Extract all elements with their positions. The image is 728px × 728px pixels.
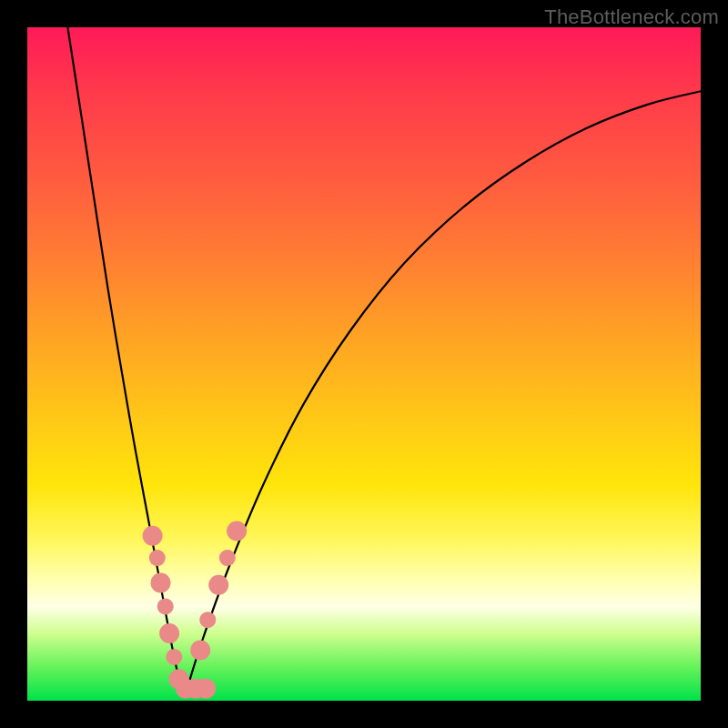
marker-dot (227, 521, 247, 541)
marker-dot (190, 641, 210, 661)
marker-dot (219, 550, 236, 566)
watermark-text: TheBottleneck.com (544, 5, 719, 29)
curve-left-branch (67, 27, 182, 694)
marker-cluster (143, 521, 248, 699)
marker-dot (143, 526, 163, 546)
marker-dot (157, 598, 174, 614)
marker-dot (196, 679, 216, 699)
marker-dot (166, 649, 182, 665)
curve-overlay (27, 27, 701, 701)
marker-dot (151, 573, 171, 593)
marker-dot (159, 623, 179, 643)
bottleneck-curve (67, 27, 701, 694)
marker-dot (199, 612, 216, 628)
marker-dot (149, 550, 166, 566)
curve-right-branch (186, 91, 701, 693)
plot-area (27, 27, 701, 701)
marker-dot (208, 575, 228, 595)
chart-frame: TheBottleneck.com (0, 0, 728, 728)
